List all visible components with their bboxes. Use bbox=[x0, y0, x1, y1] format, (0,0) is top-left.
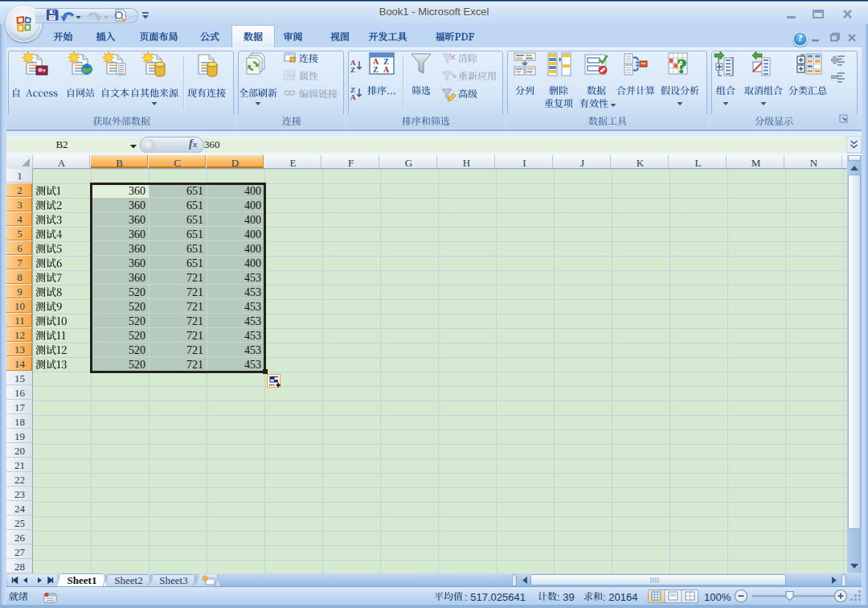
svg-text:Z: Z bbox=[350, 66, 355, 74]
svg-text:A: A bbox=[350, 93, 356, 101]
svg-text:Z: Z bbox=[373, 65, 379, 74]
svg-text:A: A bbox=[383, 65, 390, 74]
svg-text:?: ? bbox=[677, 55, 687, 78]
